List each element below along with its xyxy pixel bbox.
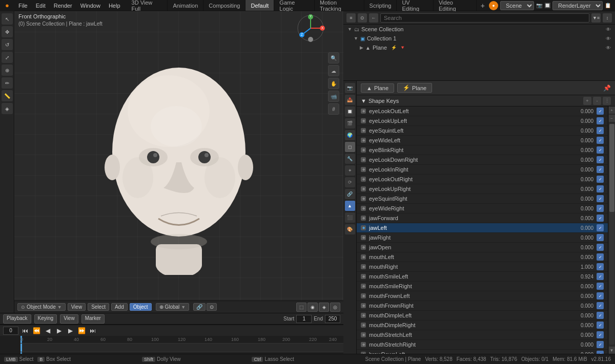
- scene-selector[interactable]: Scene: [500, 1, 534, 10]
- sk-pin-icon[interactable]: 📌: [603, 84, 611, 92]
- solid-btn[interactable]: ◉: [308, 303, 318, 312]
- prop-modifier-icon[interactable]: 🔧: [345, 154, 355, 164]
- nav-orbit-icon[interactable]: ☁: [328, 65, 339, 76]
- outliner-search[interactable]: [380, 13, 589, 23]
- nav-zoom-icon[interactable]: 🔍: [328, 52, 339, 63]
- play-btn[interactable]: ▶: [54, 326, 64, 335]
- tab-default[interactable]: Default: [245, 0, 274, 11]
- prop-scene-icon[interactable]: 🎬: [345, 118, 355, 129]
- tab-motiontracking[interactable]: Motion Tracking: [315, 0, 364, 11]
- sync-icon[interactable]: ↕: [603, 13, 612, 23]
- prop-view-layer-icon[interactable]: 🔲: [345, 106, 355, 117]
- prop-render-icon[interactable]: 📷: [345, 83, 355, 93]
- scene-collection-eye[interactable]: 👁: [606, 27, 611, 32]
- sk-item-jawforward[interactable]: ◆jawForward0.000✓: [357, 213, 608, 223]
- tab-uvediting[interactable]: UV Editing: [397, 0, 434, 11]
- prop-world-icon[interactable]: 🌍: [345, 130, 355, 140]
- tab-scripting[interactable]: Scripting: [364, 0, 397, 11]
- sk-item-checkbox-11[interactable]: ✓: [597, 215, 604, 222]
- sk-item-jawopen[interactable]: ◆jawOpen0.000✓: [357, 243, 608, 252]
- filter-icon[interactable]: ▼≡: [591, 13, 601, 23]
- scroll-minus-btn[interactable]: −: [609, 115, 615, 122]
- tab-animation[interactable]: Animation: [168, 0, 203, 11]
- sk-item-mouthright[interactable]: ◆mouthRight1.000✓: [357, 262, 608, 272]
- timeline-ruler[interactable]: 0 20 40 60 80 100 120 140 160 180 200 22…: [0, 336, 343, 354]
- sk-item-eyeblinkright[interactable]: ◆eyeBlinkRight0.000✓: [357, 145, 608, 155]
- prev-frame-btn[interactable]: ◀: [43, 326, 52, 335]
- sk-item-checkbox-13[interactable]: ✓: [597, 234, 604, 241]
- tab-compositing[interactable]: Compositing: [203, 0, 245, 11]
- sk-tab-plane-mesh[interactable]: ▲ Plane: [361, 83, 394, 93]
- material-btn[interactable]: ◈: [319, 303, 329, 312]
- prop-output-icon[interactable]: 📤: [345, 95, 355, 105]
- sk-item-checkbox-2[interactable]: ✓: [597, 127, 604, 134]
- nav-pan-icon[interactable]: ✋: [328, 78, 339, 89]
- global-dropdown[interactable]: ⊕ Global ▼: [156, 303, 190, 311]
- wireframe-btn[interactable]: ⬚: [296, 303, 306, 312]
- outliner-item-collection1[interactable]: ▼ ▣ Collection 1 👁: [343, 34, 615, 43]
- sk-item-mouthstretchright[interactable]: ◆mouthStretchRight0.000✓: [357, 340, 608, 350]
- end-frame-input[interactable]: [325, 315, 340, 323]
- sk-item-eyelookupleft[interactable]: ◆eyeLookUpLeft0.000✓: [357, 116, 608, 126]
- nav-grid-icon[interactable]: #: [328, 103, 339, 115]
- jump-end-btn[interactable]: ⏭: [88, 326, 97, 335]
- snap-icon[interactable]: 🔗: [193, 303, 206, 311]
- prop-physics-icon[interactable]: ⟳: [345, 177, 355, 187]
- outliner-item-plane[interactable]: ▶ ▲ Plane ⚡ 🔻 👁: [343, 43, 615, 52]
- view-btn-timeline[interactable]: View: [60, 314, 78, 324]
- menu-window[interactable]: Window: [76, 0, 105, 11]
- sk-item-checkbox-3[interactable]: ✓: [597, 137, 604, 144]
- viewport-canvas[interactable]: Front Orthographic (0) Scene Collection …: [14, 11, 343, 313]
- rendered-btn[interactable]: ◎: [330, 303, 340, 312]
- toolbar-annotate[interactable]: ✏: [2, 77, 13, 89]
- sk-item-checkbox-0[interactable]: ✓: [597, 108, 604, 115]
- sk-item-checkbox-4[interactable]: ✓: [597, 146, 604, 154]
- sk-item-checkbox-12[interactable]: ✓: [597, 224, 604, 231]
- marker-btn[interactable]: Marker: [81, 314, 105, 324]
- sk-collapse-arrow[interactable]: ▼: [361, 98, 366, 104]
- sk-remove-icon[interactable]: -: [593, 97, 601, 105]
- sk-item-checkbox-23[interactable]: ✓: [597, 331, 604, 338]
- sk-item-checkbox-7[interactable]: ✓: [597, 176, 604, 183]
- jump-start-btn[interactable]: ⏮: [20, 326, 30, 335]
- sk-item-browdownleft[interactable]: ◆browDownLeft0.000✓: [357, 350, 608, 354]
- add-btn[interactable]: Add: [111, 303, 128, 311]
- prop-particles-icon[interactable]: ✦: [345, 165, 355, 176]
- sk-item-mouthleft[interactable]: ◆mouthLeft0.000✓: [357, 252, 608, 262]
- sk-item-checkbox-16[interactable]: ✓: [597, 263, 604, 270]
- render-layer-selector[interactable]: RenderLayer: [552, 1, 603, 10]
- sk-item-checkbox-8[interactable]: ✓: [597, 185, 604, 192]
- sk-item-eyelookinright[interactable]: ◆eyeLookInRight0.000✓: [357, 165, 608, 175]
- proportional-icon[interactable]: ⊙: [207, 303, 217, 311]
- toolbar-rotate[interactable]: ↺: [2, 39, 13, 50]
- sk-item-eyelookoutleft[interactable]: ◆eyeLookOutLeft0.000✓: [357, 106, 608, 116]
- sk-item-checkbox-14[interactable]: ✓: [597, 244, 604, 251]
- sk-item-jawright[interactable]: ◆jawRight0.000✓: [357, 233, 608, 243]
- sk-item-checkbox-20[interactable]: ✓: [597, 302, 604, 309]
- sk-item-mouthsmileright[interactable]: ◆mouthSmileRight0.000✓: [357, 282, 608, 291]
- sk-item-checkbox-6[interactable]: ✓: [597, 166, 604, 173]
- sk-add-icon[interactable]: +: [583, 97, 591, 105]
- object-btn[interactable]: Object: [130, 303, 152, 311]
- toolbar-addmesh[interactable]: ◈: [2, 103, 13, 114]
- sk-menu-icon[interactable]: ⋮: [603, 97, 611, 105]
- sk-item-mouthstretchleft[interactable]: ◆mouthStretchLeft0.000✓: [357, 330, 608, 340]
- prop-object-icon[interactable]: ◻: [345, 142, 355, 152]
- current-frame-input[interactable]: [3, 327, 18, 335]
- view-btn[interactable]: View: [68, 303, 86, 311]
- sk-item-checkbox-1[interactable]: ✓: [597, 117, 604, 124]
- prop-constraints-icon[interactable]: 🔗: [345, 189, 355, 199]
- sk-item-checkbox-17[interactable]: ✓: [597, 273, 604, 280]
- scroll-up-btn[interactable]: +: [609, 106, 615, 114]
- menu-edit[interactable]: Edit: [32, 0, 50, 11]
- sk-item-checkbox-22[interactable]: ✓: [597, 322, 604, 329]
- toolbar-transform[interactable]: ⊕: [2, 65, 13, 76]
- menu-help[interactable]: Help: [105, 0, 125, 11]
- collection1-eye[interactable]: 👁: [606, 36, 611, 41]
- tab-gamelogic[interactable]: Game Logic: [274, 0, 315, 11]
- sk-item-checkbox-9[interactable]: ✓: [597, 195, 604, 202]
- tab-3dview[interactable]: 3D View Full: [127, 0, 168, 11]
- prop-data-icon[interactable]: ▲: [345, 201, 355, 211]
- prop-shadertree-icon[interactable]: 🎨: [345, 224, 355, 234]
- outliner-item-scene-collection[interactable]: ▼ 🗂 Scene Collection 👁: [343, 25, 615, 34]
